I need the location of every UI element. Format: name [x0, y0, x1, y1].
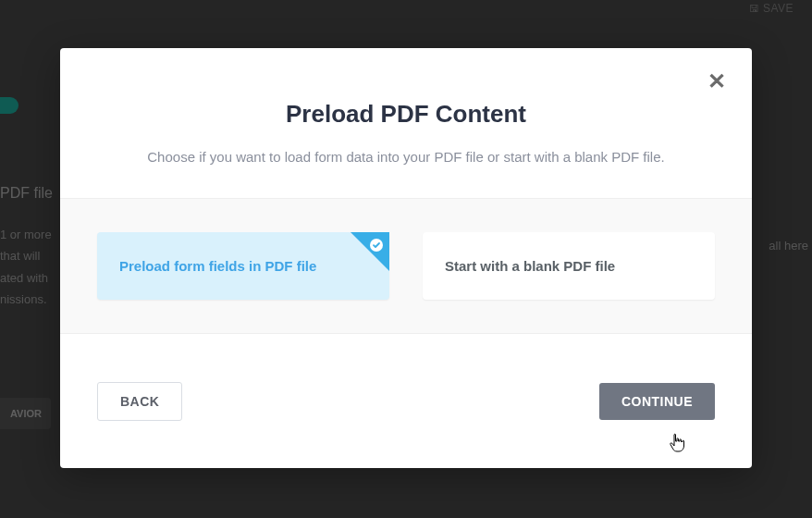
- option-preload-fields[interactable]: Preload form fields in PDF file: [97, 232, 389, 300]
- modal-header: Preload PDF Content Choose if you want t…: [60, 48, 752, 198]
- modal-body: Preload form fields in PDF file Start wi…: [60, 198, 752, 334]
- modal-title: Preload PDF Content: [97, 100, 715, 129]
- back-button[interactable]: BACK: [97, 382, 182, 421]
- option-label: Preload form fields in PDF file: [119, 258, 367, 274]
- continue-button[interactable]: CONTINUE: [599, 383, 715, 420]
- preload-pdf-modal: ✕ Preload PDF Content Choose if you want…: [60, 48, 752, 468]
- option-blank-pdf[interactable]: Start with a blank PDF file: [423, 232, 715, 300]
- check-icon: [369, 238, 384, 253]
- close-icon[interactable]: ✕: [707, 70, 726, 92]
- modal-footer: BACK CONTINUE: [60, 334, 752, 468]
- option-label: Start with a blank PDF file: [445, 258, 693, 274]
- modal-subtitle: Choose if you want to load form data int…: [97, 149, 715, 165]
